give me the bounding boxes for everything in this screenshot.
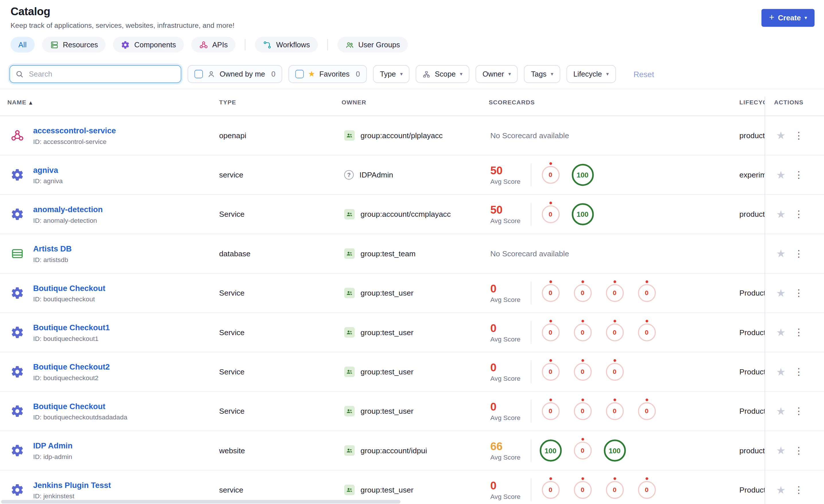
tab-workflows[interactable]: Workflows <box>255 37 318 52</box>
reset-button[interactable]: Reset <box>630 69 657 79</box>
more-actions-icon[interactable]: ⋮ <box>794 288 803 298</box>
tab-resources[interactable]: Resources <box>42 37 106 52</box>
scorecard-badge[interactable]: 0 <box>574 284 591 302</box>
scorecard-badge[interactable]: 0 <box>638 324 655 341</box>
entity-lifecycle: production <box>739 447 764 455</box>
scope-dropdown[interactable]: Scope ▾ <box>416 65 470 83</box>
entity-owner: group:test_user <box>342 485 489 495</box>
favorite-star-icon[interactable]: ★ <box>776 366 786 377</box>
copy-icon[interactable] <box>66 177 73 184</box>
scorecard-badge[interactable]: 0 <box>541 481 559 499</box>
favorite-star-icon[interactable]: ★ <box>776 288 786 298</box>
scorecard-badge[interactable]: 0 <box>541 166 559 184</box>
favorite-star-icon[interactable]: ★ <box>776 130 786 141</box>
column-header-lifecycle: LIFECYCLE <box>739 99 764 106</box>
entity-name-link[interactable]: Boutique Checkout <box>33 283 105 292</box>
scorecard-badge[interactable]: 0 <box>574 481 591 499</box>
entity-type: Service <box>219 407 342 415</box>
scorecard-badge[interactable]: 0 <box>638 402 655 420</box>
favorites-count: 0 <box>356 70 360 78</box>
scorecard-badge[interactable]: 0 <box>638 284 655 302</box>
favorite-star-icon[interactable]: ★ <box>776 406 786 416</box>
entity-name-link[interactable]: Artists DB <box>33 244 72 253</box>
tags-dropdown[interactable]: Tags ▾ <box>524 65 560 83</box>
scorecard-badge[interactable]: 0 <box>541 284 559 302</box>
favorite-star-icon[interactable]: ★ <box>776 327 786 338</box>
lifecycle-dropdown[interactable]: Lifecycle ▾ <box>566 65 615 83</box>
entity-type: Service <box>219 368 342 376</box>
scorecards-cell: 0Avg Score0000 <box>489 400 739 423</box>
scorecard-badge[interactable]: 0 <box>606 481 623 499</box>
entity-lifecycle: Production <box>739 289 764 297</box>
scorecard-badge[interactable]: 0 <box>606 402 623 420</box>
scorecard-badge[interactable]: 100 <box>572 164 594 186</box>
scorecard-badges: 0000 <box>534 284 663 302</box>
entity-name-link[interactable]: IDP Admin <box>33 441 72 450</box>
table-row: Boutique Checkout ID: boutiquecheckoutds… <box>0 392 824 431</box>
tab-components[interactable]: Components <box>113 37 184 52</box>
copy-icon[interactable] <box>98 295 105 302</box>
scorecard-badge[interactable]: 0 <box>606 284 623 302</box>
copy-icon[interactable] <box>78 493 84 499</box>
favorite-star-icon[interactable]: ★ <box>776 445 786 456</box>
scorecard-badge[interactable]: 0 <box>541 205 559 223</box>
favorite-star-icon[interactable]: ★ <box>776 248 786 259</box>
more-actions-icon[interactable]: ⋮ <box>794 210 803 219</box>
copy-icon[interactable] <box>110 138 116 145</box>
tab-user-groups[interactable]: User Groups <box>337 37 408 52</box>
copy-icon[interactable] <box>100 217 107 224</box>
tab-apis[interactable]: APIs <box>191 37 235 52</box>
copy-icon[interactable] <box>102 335 108 342</box>
more-actions-icon[interactable]: ⋮ <box>794 406 803 416</box>
scorecard-badge[interactable]: 0 <box>541 324 559 341</box>
scorecard-badge[interactable]: 0 <box>574 324 591 341</box>
search-input[interactable] <box>28 70 176 79</box>
column-header-name[interactable]: NAME ▲ <box>0 99 219 106</box>
entity-name-link[interactable]: Boutique Checkout <box>33 401 105 410</box>
search-box[interactable] <box>9 65 181 83</box>
horizontal-scrollbar[interactable] <box>1 500 401 504</box>
entity-name-link[interactable]: agniva <box>33 165 58 174</box>
scorecard-badge[interactable]: 0 <box>638 481 655 499</box>
copy-icon[interactable] <box>76 453 82 460</box>
owned-by-me-checkbox[interactable] <box>195 70 203 78</box>
entity-name-link[interactable]: Boutique Checkout2 <box>33 362 110 371</box>
favorite-star-icon[interactable]: ★ <box>776 485 786 495</box>
more-actions-icon[interactable]: ⋮ <box>794 328 803 337</box>
scorecard-badge[interactable]: 100 <box>604 439 626 462</box>
entity-name-link[interactable]: Boutique Checkout1 <box>33 323 110 332</box>
favorites-checkbox[interactable] <box>296 70 304 78</box>
owner-dropdown[interactable]: Owner ▾ <box>476 65 518 83</box>
scorecard-badge[interactable]: 100 <box>539 439 561 462</box>
scorecard-badge[interactable]: 0 <box>574 442 591 459</box>
more-actions-icon[interactable]: ⋮ <box>794 131 803 140</box>
scorecard-badge[interactable]: 0 <box>574 363 591 381</box>
scorecard-badge[interactable]: 0 <box>541 363 559 381</box>
scorecard-badge[interactable]: 100 <box>572 203 594 225</box>
tab-all[interactable]: All <box>11 37 34 52</box>
row-actions: ★ ⋮ <box>764 485 824 495</box>
favorite-star-icon[interactable]: ★ <box>776 209 786 220</box>
scorecard-badge[interactable]: 0 <box>606 363 623 381</box>
more-actions-icon[interactable]: ⋮ <box>794 170 803 179</box>
entity-name-link[interactable]: accesscontrol-service <box>33 126 116 135</box>
scorecard-badge[interactable]: 0 <box>574 402 591 420</box>
create-button[interactable]: + Create ▾ <box>762 9 815 27</box>
entity-name-link[interactable]: Jenkins Plugin Tesst <box>33 480 111 489</box>
entity-lifecycle: production <box>739 131 764 140</box>
type-dropdown[interactable]: Type ▾ <box>373 65 409 83</box>
more-actions-icon[interactable]: ⋮ <box>794 485 803 495</box>
catalog-table: NAME ▲ TYPE OWNER SCORECARDS LIFECYCLE A… <box>0 89 824 504</box>
entity-name-link[interactable]: anomaly-detection <box>33 205 103 213</box>
more-actions-icon[interactable]: ⋮ <box>794 446 803 455</box>
scorecard-badge[interactable]: 0 <box>606 324 623 341</box>
favorites-filter[interactable]: ★ Favorites 0 <box>289 65 367 83</box>
copy-icon[interactable] <box>72 256 78 263</box>
owned-by-me-filter[interactable]: Owned by me 0 <box>188 65 282 83</box>
copy-icon[interactable] <box>130 414 137 420</box>
more-actions-icon[interactable]: ⋮ <box>794 249 803 258</box>
scorecard-badge[interactable]: 0 <box>541 402 559 420</box>
more-actions-icon[interactable]: ⋮ <box>794 367 803 376</box>
favorite-star-icon[interactable]: ★ <box>776 170 786 180</box>
copy-icon[interactable] <box>102 374 108 381</box>
